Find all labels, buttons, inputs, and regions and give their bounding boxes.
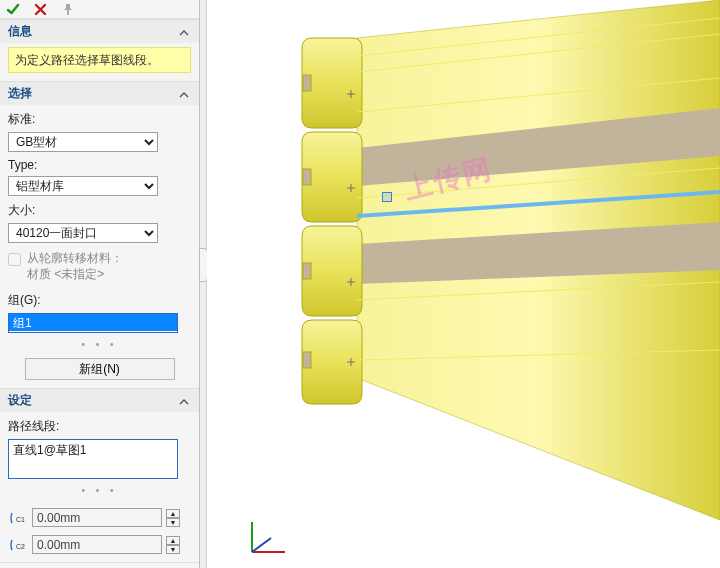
- transfer-material-checkbox: [8, 253, 21, 266]
- svg-line-28: [252, 538, 271, 552]
- section-select-header[interactable]: 选择: [0, 82, 199, 105]
- transfer-line2: 材质 <未指定>: [27, 267, 123, 283]
- view-triad-icon[interactable]: [237, 512, 297, 562]
- c2-icon: C2: [8, 536, 28, 554]
- cancel-icon[interactable]: [34, 3, 47, 16]
- panel-toolbar: [0, 0, 199, 19]
- pin-icon[interactable]: [61, 3, 74, 16]
- path-segments-box[interactable]: 直线1@草图1: [8, 439, 178, 479]
- section-info: 信息 为定义路径选择草图线段。: [0, 19, 199, 81]
- svg-text:C1: C1: [16, 516, 25, 523]
- section-info-title: 信息: [8, 23, 32, 40]
- path-label: 路径线段:: [8, 418, 191, 435]
- mirror-profile-row: 镜向轮廓(M): [0, 562, 199, 568]
- chevron-up-icon: [179, 89, 189, 99]
- transfer-material-row: 从轮廓转移材料： 材质 <未指定>: [8, 251, 191, 282]
- property-panel: 信息 为定义路径选择草图线段。 选择 标准: GB型材 Type: 铝型材库 大…: [0, 0, 200, 568]
- c1-spinner[interactable]: ▲▼: [166, 509, 180, 527]
- panel-splitter[interactable]: [200, 0, 207, 568]
- section-settings-title: 设定: [8, 392, 32, 409]
- section-settings: 设定 路径线段: 直线1@草图1 • • • C1 ▲▼ C2 ▲▼: [0, 388, 199, 562]
- new-group-button[interactable]: 新组(N): [25, 358, 175, 380]
- standard-label: 标准:: [8, 111, 191, 128]
- c1-icon: C1: [8, 509, 28, 527]
- size-select[interactable]: 40120一面封口: [8, 223, 158, 243]
- selection-handle-icon[interactable]: [382, 192, 392, 202]
- chevron-up-icon: [179, 396, 189, 406]
- offset-c1-input[interactable]: [32, 508, 162, 527]
- chevron-up-icon: [179, 27, 189, 37]
- svg-rect-8: [303, 75, 311, 91]
- group-label: 组(G):: [8, 292, 191, 309]
- section-select-title: 选择: [8, 85, 32, 102]
- resize-handle-icon[interactable]: • • •: [8, 339, 191, 350]
- standard-select[interactable]: GB型材: [8, 132, 158, 152]
- offset-c1-row: C1 ▲▼: [8, 508, 191, 527]
- offset-c2-input[interactable]: [32, 535, 162, 554]
- section-select: 选择 标准: GB型材 Type: 铝型材库 大小: 40120一面封口 从轮廓…: [0, 81, 199, 388]
- section-info-header[interactable]: 信息: [0, 20, 199, 43]
- c2-spinner[interactable]: ▲▼: [166, 536, 180, 554]
- size-label: 大小:: [8, 202, 191, 219]
- group-selected-item[interactable]: 组1: [9, 314, 177, 331]
- resize-handle-icon[interactable]: • • •: [8, 485, 191, 496]
- model-preview: [207, 0, 720, 568]
- info-hint: 为定义路径选择草图线段。: [8, 47, 191, 73]
- svg-rect-11: [303, 352, 311, 368]
- path-segment-item[interactable]: 直线1@草图1: [13, 442, 173, 459]
- offset-c2-row: C2 ▲▼: [8, 535, 191, 554]
- transfer-line1: 从轮廓转移材料：: [27, 251, 123, 267]
- svg-rect-9: [303, 169, 311, 185]
- svg-text:C2: C2: [16, 543, 25, 550]
- type-label: Type:: [8, 158, 191, 172]
- svg-rect-10: [303, 263, 311, 279]
- section-settings-header[interactable]: 设定: [0, 389, 199, 412]
- type-select[interactable]: 铝型材库: [8, 176, 158, 196]
- group-listbox[interactable]: 组1: [8, 313, 178, 333]
- graphics-viewport[interactable]: 上传网: [207, 0, 720, 568]
- ok-icon[interactable]: [6, 2, 20, 16]
